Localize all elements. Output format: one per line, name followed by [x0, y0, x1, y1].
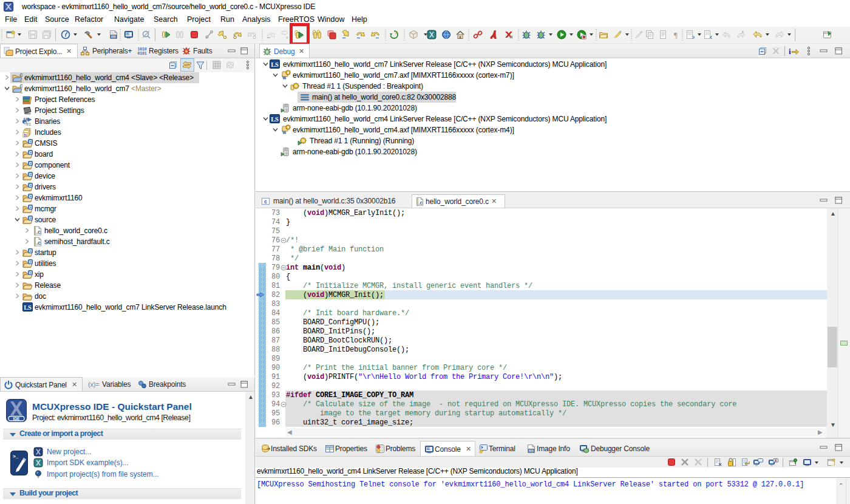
svg-text:>_: >_	[13, 454, 19, 459]
svg-text:i: i	[789, 47, 791, 56]
svg-text:¶: ¶	[674, 30, 678, 39]
svg-text:010: 010	[529, 449, 534, 452]
svg-text:0101: 0101	[138, 52, 147, 56]
svg-text:IDE: IDE	[13, 417, 21, 421]
svg-text:010: 010	[111, 35, 116, 38]
